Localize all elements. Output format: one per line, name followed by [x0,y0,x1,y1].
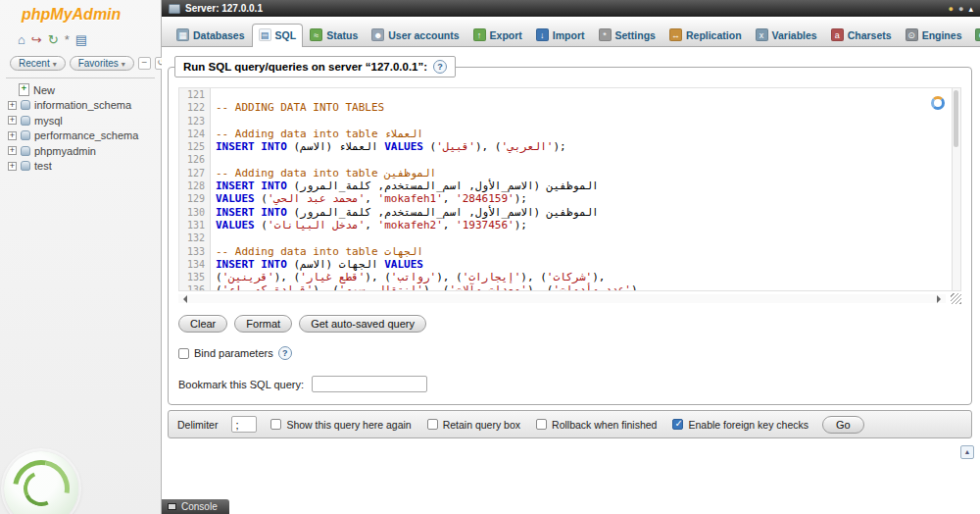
line-number: 122 [179,101,211,114]
tab-charsets[interactable]: aCharsets [824,24,899,46]
sidebar: phpMyAdmin ⌂↪↻*▤ Recent Favorites −↺ +Ne… [0,0,162,514]
expand-icon[interactable]: + [8,131,17,140]
recent-dropdown[interactable]: Recent [10,56,66,71]
sql-editor[interactable]: 121122-- ADDING DATA INTO TABLES123124--… [178,87,961,291]
tab-label: Variables [772,29,817,41]
bind-parameters-help-icon[interactable] [278,346,292,360]
editor-line: 129VALUES ('محمد عبد الحي', 'mokafeh1', … [179,192,960,205]
phpmyadmin-logo[interactable]: phpMyAdmin [0,6,161,24]
line-number: 133 [179,245,211,258]
delimiter-input[interactable] [231,416,257,433]
console-label: Console [181,501,218,512]
tab-engines[interactable]: ⊙Engines [899,24,969,46]
home-icon[interactable]: ⌂ [18,33,25,47]
help-icon[interactable] [433,60,447,74]
expand-icon[interactable]: + [8,146,17,155]
refresh-icon[interactable]: ↻ [48,33,59,47]
editor-line: 127-- Adding data into table الموظفين [179,167,960,180]
bookmark-input[interactable] [312,376,427,392]
tab-user-accounts[interactable]: ☻User accounts [365,24,466,46]
line-number: 124 [179,128,211,140]
clear-button[interactable]: Clear [178,315,227,333]
expand-icon[interactable]: + [8,162,17,171]
checkbox-show-this-query-here-again[interactable] [270,419,281,430]
format-button[interactable]: Format [234,315,292,333]
scroll-top-icon[interactable] [960,445,974,459]
editor-line: 132 [179,231,960,244]
tab-label: SQL [275,29,297,41]
go-button[interactable]: Go [822,416,864,434]
tab-settings[interactable]: *Settings [592,24,662,46]
tree-item-phpmyadmin[interactable]: +phpmyadmin [8,143,161,159]
tree-item-information-schema[interactable]: +information_schema [8,98,161,114]
editor-lines: 121122-- ADDING DATA INTO TABLES123124--… [179,88,960,291]
bind-parameters-checkbox[interactable] [178,348,189,359]
server-label: Server: 127.0.0.1 [185,3,263,14]
console-bar[interactable]: Console [162,499,229,514]
tree-item-new[interactable]: +New [8,82,161,98]
docs-icon[interactable]: ▤ [75,33,87,47]
option-retain-query-box: Retain query box [427,419,520,431]
settings-icon[interactable]: ● [958,4,963,14]
engines-icon: ⊙ [906,28,918,41]
expand-icon[interactable]: + [8,116,17,125]
scrollbar-thumb[interactable] [954,90,958,147]
tab-replication[interactable]: ↔Replication [662,24,749,46]
line-code: INSERT INTO العملاء (الاسم) VALUES ('قبي… [211,140,566,153]
tab-label: Charsets [848,29,892,41]
tab-import[interactable]: ↓Import [529,24,592,46]
tree-item-label: information_schema [34,99,131,111]
tab-databases[interactable]: ▦Databases [170,24,252,46]
main-panel: Server: 127.0.0.1 ●●▴ ▦Databases▤SQL≈Sta… [162,0,980,514]
checkbox-enable-foreign-key-checks[interactable] [672,419,683,430]
query-buttons-row: ClearFormatGet auto-saved query [178,315,961,333]
option-enable-foreign-key-checks: Enable foreign key checks [672,419,808,431]
expand-icon[interactable]: + [8,101,17,110]
sidebar-nav-icons: ⌂↪↻*▤ [0,24,161,47]
tab-label: Settings [615,29,656,41]
settings-icon: * [599,28,612,41]
checkbox-rollback-when-finished[interactable] [536,419,547,430]
options-bar: Delimiter Show this query here againReta… [168,410,972,438]
lock-icon[interactable]: ● [949,4,954,14]
tab-status[interactable]: ≈Status [303,24,365,46]
db-tree: +New+information_schema+mysql+performanc… [0,82,161,174]
editor-line: 123 [179,115,960,128]
line-code: VALUES ('مدخل البيانات', 'mokafeh2', '19… [211,219,527,231]
editor-line: 124-- Adding data into table العملاء [179,128,960,140]
line-code: INSERT INTO الموظفين (الاسم_الأول, اسم_ا… [211,206,599,219]
settings-icon[interactable]: * [65,33,70,47]
tree-item-test[interactable]: +test [8,159,161,175]
line-code: ('قيادة كهرباء'), ('انتقال رسوم'), ('معد… [211,283,644,291]
editor-resize-handle[interactable] [951,293,961,304]
database-icon [21,146,30,156]
scroll-right-icon[interactable] [937,295,945,303]
collapse-all-icon[interactable]: − [138,57,151,70]
tab-plugins[interactable]: ⊕Plugins [968,24,980,46]
editor-vertical-scrollbar[interactable] [952,88,960,290]
tree-item-label: test [34,160,52,172]
line-code [211,153,216,166]
tab-label: Engines [922,29,962,41]
editor-line: 130INSERT INTO الموظفين (الاسم_الأول, اس… [179,206,960,219]
tree-item-performance-schema[interactable]: +performance_schema [8,128,161,144]
line-number: 135 [179,271,211,283]
collapse-icon[interactable]: ▴ [968,4,973,14]
tab-export[interactable]: ↑Export [466,24,529,46]
logout-icon[interactable]: ↪ [31,33,42,47]
editor-horizontal-scrollbar[interactable] [178,294,946,303]
database-icon [21,116,30,126]
tab-sql[interactable]: ▤SQL [252,24,304,47]
tree-item-mysql[interactable]: +mysql [8,113,161,128]
option-show-this-query-here-again: Show this query here again [270,419,411,431]
editor-line: 125INSERT INTO العملاء (الاسم) VALUES ('… [179,140,960,153]
scroll-left-icon[interactable] [179,295,187,303]
editor-line: 126 [179,153,960,166]
get-auto-saved-query-button[interactable]: Get auto-saved query [299,315,426,333]
tab-variables[interactable]: xVariables [749,24,824,46]
sidebar-divider [6,77,155,78]
favorites-dropdown[interactable]: Favorites [70,56,134,71]
variables-icon: x [756,28,768,41]
checkbox-retain-query-box[interactable] [427,419,438,430]
line-code: -- ADDING DATA INTO TABLES [211,101,384,114]
